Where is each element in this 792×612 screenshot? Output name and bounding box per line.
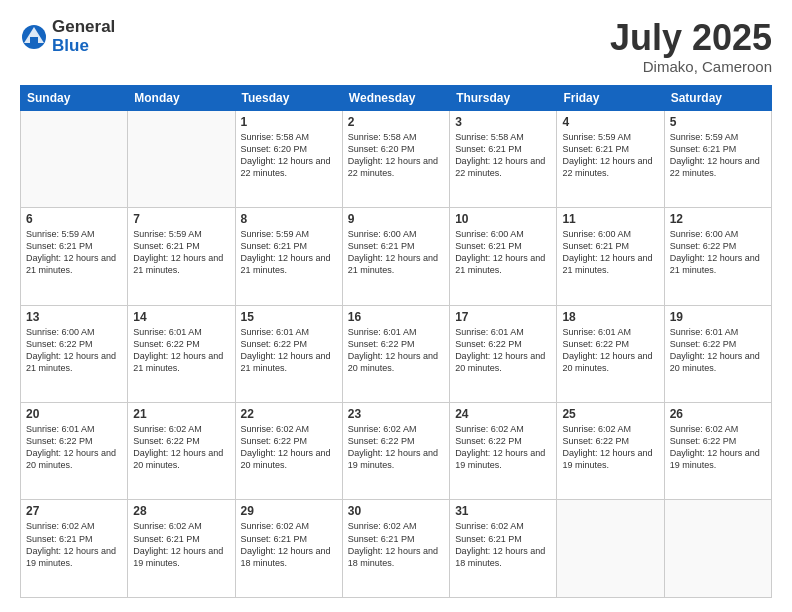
day-info: Sunrise: 5:59 AM Sunset: 6:21 PM Dayligh…: [26, 228, 122, 277]
day-number: 7: [133, 212, 229, 226]
day-info: Sunrise: 5:58 AM Sunset: 6:21 PM Dayligh…: [455, 131, 551, 180]
calendar-cell: 10Sunrise: 6:00 AM Sunset: 6:21 PM Dayli…: [450, 208, 557, 305]
day-info: Sunrise: 6:02 AM Sunset: 6:22 PM Dayligh…: [133, 423, 229, 472]
day-info: Sunrise: 6:01 AM Sunset: 6:22 PM Dayligh…: [133, 326, 229, 375]
calendar-cell: 23Sunrise: 6:02 AM Sunset: 6:22 PM Dayli…: [342, 403, 449, 500]
day-number: 31: [455, 504, 551, 518]
day-number: 30: [348, 504, 444, 518]
day-number: 18: [562, 310, 658, 324]
day-number: 28: [133, 504, 229, 518]
logo-general-text: General: [52, 18, 115, 37]
day-number: 26: [670, 407, 766, 421]
day-number: 5: [670, 115, 766, 129]
day-number: 25: [562, 407, 658, 421]
logo-text: General Blue: [52, 18, 115, 55]
weekday-header-monday: Monday: [128, 85, 235, 110]
day-info: Sunrise: 6:00 AM Sunset: 6:22 PM Dayligh…: [670, 228, 766, 277]
calendar-header-row: SundayMondayTuesdayWednesdayThursdayFrid…: [21, 85, 772, 110]
calendar-cell: [21, 110, 128, 207]
day-info: Sunrise: 6:01 AM Sunset: 6:22 PM Dayligh…: [562, 326, 658, 375]
logo: General Blue: [20, 18, 115, 55]
day-number: 11: [562, 212, 658, 226]
calendar-cell: 28Sunrise: 6:02 AM Sunset: 6:21 PM Dayli…: [128, 500, 235, 598]
day-info: Sunrise: 6:01 AM Sunset: 6:22 PM Dayligh…: [670, 326, 766, 375]
calendar-cell: 17Sunrise: 6:01 AM Sunset: 6:22 PM Dayli…: [450, 305, 557, 402]
page: General Blue July 2025 Dimako, Cameroon …: [0, 0, 792, 612]
calendar-cell: 5Sunrise: 5:59 AM Sunset: 6:21 PM Daylig…: [664, 110, 771, 207]
day-number: 29: [241, 504, 337, 518]
day-info: Sunrise: 6:02 AM Sunset: 6:22 PM Dayligh…: [670, 423, 766, 472]
day-number: 1: [241, 115, 337, 129]
day-number: 17: [455, 310, 551, 324]
day-info: Sunrise: 6:02 AM Sunset: 6:22 PM Dayligh…: [562, 423, 658, 472]
day-info: Sunrise: 6:00 AM Sunset: 6:21 PM Dayligh…: [562, 228, 658, 277]
day-number: 14: [133, 310, 229, 324]
weekday-header-saturday: Saturday: [664, 85, 771, 110]
day-number: 15: [241, 310, 337, 324]
calendar-cell: [557, 500, 664, 598]
calendar-week-5: 27Sunrise: 6:02 AM Sunset: 6:21 PM Dayli…: [21, 500, 772, 598]
calendar-cell: 14Sunrise: 6:01 AM Sunset: 6:22 PM Dayli…: [128, 305, 235, 402]
calendar-week-2: 6Sunrise: 5:59 AM Sunset: 6:21 PM Daylig…: [21, 208, 772, 305]
weekday-header-thursday: Thursday: [450, 85, 557, 110]
day-number: 16: [348, 310, 444, 324]
day-number: 4: [562, 115, 658, 129]
day-number: 3: [455, 115, 551, 129]
calendar-cell: 2Sunrise: 5:58 AM Sunset: 6:20 PM Daylig…: [342, 110, 449, 207]
day-number: 12: [670, 212, 766, 226]
calendar-cell: 31Sunrise: 6:02 AM Sunset: 6:21 PM Dayli…: [450, 500, 557, 598]
calendar-cell: 8Sunrise: 5:59 AM Sunset: 6:21 PM Daylig…: [235, 208, 342, 305]
day-info: Sunrise: 6:01 AM Sunset: 6:22 PM Dayligh…: [26, 423, 122, 472]
weekday-header-friday: Friday: [557, 85, 664, 110]
day-info: Sunrise: 6:00 AM Sunset: 6:22 PM Dayligh…: [26, 326, 122, 375]
day-number: 22: [241, 407, 337, 421]
day-number: 21: [133, 407, 229, 421]
day-number: 6: [26, 212, 122, 226]
day-info: Sunrise: 5:59 AM Sunset: 6:21 PM Dayligh…: [562, 131, 658, 180]
day-number: 24: [455, 407, 551, 421]
calendar-cell: 15Sunrise: 6:01 AM Sunset: 6:22 PM Dayli…: [235, 305, 342, 402]
calendar-cell: 1Sunrise: 5:58 AM Sunset: 6:20 PM Daylig…: [235, 110, 342, 207]
day-number: 8: [241, 212, 337, 226]
calendar-cell: 16Sunrise: 6:01 AM Sunset: 6:22 PM Dayli…: [342, 305, 449, 402]
calendar-cell: 25Sunrise: 6:02 AM Sunset: 6:22 PM Dayli…: [557, 403, 664, 500]
day-number: 9: [348, 212, 444, 226]
day-number: 2: [348, 115, 444, 129]
calendar-cell: 20Sunrise: 6:01 AM Sunset: 6:22 PM Dayli…: [21, 403, 128, 500]
day-number: 27: [26, 504, 122, 518]
day-info: Sunrise: 6:02 AM Sunset: 6:21 PM Dayligh…: [133, 520, 229, 569]
calendar-cell: 29Sunrise: 6:02 AM Sunset: 6:21 PM Dayli…: [235, 500, 342, 598]
day-info: Sunrise: 6:01 AM Sunset: 6:22 PM Dayligh…: [348, 326, 444, 375]
calendar-cell: 26Sunrise: 6:02 AM Sunset: 6:22 PM Dayli…: [664, 403, 771, 500]
calendar-cell: 3Sunrise: 5:58 AM Sunset: 6:21 PM Daylig…: [450, 110, 557, 207]
day-number: 10: [455, 212, 551, 226]
day-number: 20: [26, 407, 122, 421]
calendar-cell: [128, 110, 235, 207]
calendar-week-3: 13Sunrise: 6:00 AM Sunset: 6:22 PM Dayli…: [21, 305, 772, 402]
calendar-cell: 6Sunrise: 5:59 AM Sunset: 6:21 PM Daylig…: [21, 208, 128, 305]
day-info: Sunrise: 6:02 AM Sunset: 6:21 PM Dayligh…: [455, 520, 551, 569]
day-info: Sunrise: 6:02 AM Sunset: 6:21 PM Dayligh…: [241, 520, 337, 569]
calendar-cell: 4Sunrise: 5:59 AM Sunset: 6:21 PM Daylig…: [557, 110, 664, 207]
header: General Blue July 2025 Dimako, Cameroon: [20, 18, 772, 75]
calendar-cell: 22Sunrise: 6:02 AM Sunset: 6:22 PM Dayli…: [235, 403, 342, 500]
logo-icon: [20, 23, 48, 51]
day-info: Sunrise: 6:02 AM Sunset: 6:21 PM Dayligh…: [348, 520, 444, 569]
weekday-header-sunday: Sunday: [21, 85, 128, 110]
calendar-cell: 27Sunrise: 6:02 AM Sunset: 6:21 PM Dayli…: [21, 500, 128, 598]
day-number: 23: [348, 407, 444, 421]
calendar-cell: 12Sunrise: 6:00 AM Sunset: 6:22 PM Dayli…: [664, 208, 771, 305]
calendar-cell: [664, 500, 771, 598]
calendar-cell: 18Sunrise: 6:01 AM Sunset: 6:22 PM Dayli…: [557, 305, 664, 402]
day-info: Sunrise: 6:01 AM Sunset: 6:22 PM Dayligh…: [241, 326, 337, 375]
day-number: 13: [26, 310, 122, 324]
day-info: Sunrise: 6:02 AM Sunset: 6:22 PM Dayligh…: [241, 423, 337, 472]
day-info: Sunrise: 5:59 AM Sunset: 6:21 PM Dayligh…: [241, 228, 337, 277]
logo-blue-text: Blue: [52, 37, 115, 56]
calendar-cell: 21Sunrise: 6:02 AM Sunset: 6:22 PM Dayli…: [128, 403, 235, 500]
day-info: Sunrise: 5:58 AM Sunset: 6:20 PM Dayligh…: [348, 131, 444, 180]
calendar-cell: 11Sunrise: 6:00 AM Sunset: 6:21 PM Dayli…: [557, 208, 664, 305]
day-info: Sunrise: 5:59 AM Sunset: 6:21 PM Dayligh…: [670, 131, 766, 180]
calendar-cell: 30Sunrise: 6:02 AM Sunset: 6:21 PM Dayli…: [342, 500, 449, 598]
day-info: Sunrise: 6:01 AM Sunset: 6:22 PM Dayligh…: [455, 326, 551, 375]
